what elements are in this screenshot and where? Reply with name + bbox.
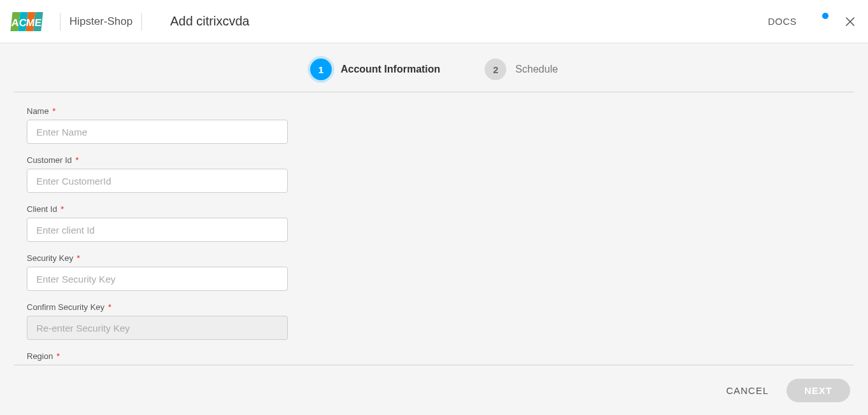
notification-icon[interactable] [815,15,827,28]
step-number-badge: 2 [485,59,506,80]
svg-text:E: E [34,17,43,28]
customer-id-input[interactable] [27,169,288,193]
form-scroll-area[interactable]: Name * Customer Id * Client Id * Securit… [14,92,854,365]
header-divider [141,13,142,31]
footer-actions: CANCEL NEXT [0,365,868,415]
step-schedule[interactable]: 2 Schedule [485,59,558,80]
required-marker: * [60,204,64,214]
workspace-name[interactable]: Hipster-Shop [69,15,132,28]
docs-link[interactable]: DOCS [768,16,797,27]
field-region: Region * [27,351,288,365]
label-text: Region [27,351,53,361]
form-body: Name * Customer Id * Client Id * Securit… [14,92,854,365]
stepper: 1 Account Information 2 Schedule [0,43,868,92]
label-text: Name [27,106,49,116]
required-marker: * [108,302,111,312]
field-label: Confirm Security Key * [27,302,288,312]
field-label: Region * [27,351,288,361]
acme-logo[interactable]: A C M E [6,6,51,37]
field-label: Client Id * [27,204,288,214]
page-title: Add citrixcvda [170,14,250,29]
field-name: Name * [27,106,288,144]
header-divider [60,13,60,31]
field-label: Name * [27,106,288,116]
client-id-input[interactable] [27,218,288,242]
field-confirm-security-key: Confirm Security Key * [27,302,288,340]
notification-dot-icon [822,13,829,19]
field-client-id: Client Id * [27,204,288,242]
required-marker: * [57,351,60,361]
cancel-button[interactable]: CANCEL [726,385,769,396]
required-marker: * [77,253,80,263]
label-text: Security Key [27,253,73,263]
step-label: Schedule [515,64,558,75]
confirm-security-key-input[interactable] [27,316,288,340]
field-security-key: Security Key * [27,253,288,291]
label-text: Confirm Security Key [27,302,104,312]
field-label: Security Key * [27,253,288,263]
label-text: Client Id [27,204,57,214]
required-marker: * [52,106,55,116]
required-marker: * [75,155,78,165]
app-header: A C M E Hipster-Shop Add citrixcvda DOCS [0,0,868,43]
step-account-information[interactable]: 1 Account Information [310,59,440,80]
field-customer-id: Customer Id * [27,155,288,193]
label-text: Customer Id [27,155,72,165]
close-icon[interactable] [845,17,855,27]
name-input[interactable] [27,120,288,144]
next-button[interactable]: NEXT [786,379,850,402]
step-label: Account Information [341,64,440,75]
security-key-input[interactable] [27,267,288,291]
step-number-badge: 1 [310,59,332,80]
field-label: Customer Id * [27,155,288,165]
